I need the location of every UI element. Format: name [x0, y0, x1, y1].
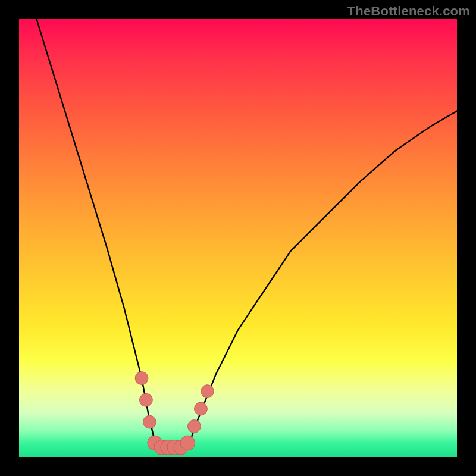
marker-dot: [188, 420, 201, 433]
marker-dot: [143, 415, 156, 428]
bottleneck-curve: [36, 19, 457, 447]
marker-dot: [140, 393, 153, 406]
watermark-text: TheBottleneck.com: [347, 4, 470, 19]
chart-frame: TheBottleneck.com: [0, 0, 476, 476]
marker-dot: [180, 436, 195, 450]
marker-dot: [135, 372, 148, 385]
marker-group: [135, 372, 214, 455]
plot-area: [19, 19, 457, 457]
marker-dot: [201, 385, 214, 398]
marker-dot: [195, 402, 208, 415]
curve-layer: [19, 19, 457, 457]
